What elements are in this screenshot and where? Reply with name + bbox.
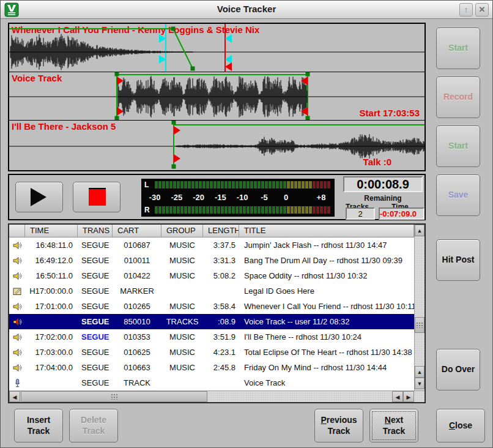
playlist-cell: MARKER [113, 283, 161, 299]
playlist-header: TIMETRANSCARTGROUPLENGTHTITLE [9, 225, 414, 237]
playlist-cell: 010422 [113, 268, 161, 283]
meter-segment [302, 181, 305, 189]
scroll-right-button[interactable]: ▶ [403, 391, 414, 402]
playlist-row[interactable]: 17:03:00.0SEGUE010625MUSIC4:23.1Total Ec… [9, 345, 414, 360]
vertical-scroll-thumb[interactable] [415, 317, 424, 333]
scroll-left-button[interactable]: ◀ [9, 391, 20, 402]
fade-handle[interactable] [306, 72, 310, 77]
titlebar: Voice Tracker ↑ ✕ [1, 1, 492, 19]
speaker-icon [9, 329, 25, 345]
playlist-cell: 17:02:00.0 [25, 329, 78, 345]
meter-segment [199, 181, 202, 189]
fade-handle[interactable] [172, 121, 176, 125]
scroll-down-button[interactable]: ▼ [415, 378, 424, 389]
play-button[interactable] [15, 182, 63, 212]
meter-segment [261, 206, 264, 214]
meter-segment [276, 181, 279, 189]
do-over-button[interactable]: Do Over [436, 349, 480, 390]
scroll-up-button-2[interactable]: ▲ [415, 366, 424, 378]
cue-marker-triangle[interactable] [225, 34, 232, 43]
playlist-header-cell[interactable]: TRANS [78, 225, 113, 237]
horizontal-scrollbar[interactable]: ◀ ◀ ▶ [9, 390, 424, 402]
meter-segment [309, 181, 312, 189]
playlist-row-selected[interactable]: SEGUE850010TRACKS:08.9Voice Track -- use… [9, 314, 414, 329]
start-next-button[interactable]: Start [436, 125, 480, 167]
playlist-row[interactable]: H17:00:00.0SEGUEMARKERLegal ID Goes Here [9, 283, 414, 299]
track-marker-triangle[interactable] [174, 126, 180, 135]
microphone-icon [9, 375, 25, 390]
playlist-header-cell[interactable]: TITLE [239, 225, 414, 237]
playlist-header-cell[interactable] [9, 225, 25, 237]
next-track-button[interactable]: Next Track [369, 409, 418, 442]
meter-segment [184, 206, 187, 214]
fade-handle[interactable] [306, 116, 310, 121]
track-marker-triangle[interactable] [117, 107, 124, 116]
cue-marker-triangle[interactable] [225, 55, 232, 64]
playlist-row[interactable]: 17:01:00.0SEGUE010265MUSIC3:58.4Whenever… [9, 299, 414, 314]
playlist-cell: Friday On My Mind -- rdhost 11/30 14:44 [239, 360, 414, 375]
meter-segment [232, 181, 235, 189]
playlist-row[interactable]: 16:48:11.0SEGUE010687MUSIC3:37.5Jumpin' … [9, 237, 414, 253]
waveform-panel-next-track[interactable]: I'll Be There - Jackson 5 Talk :0 [9, 121, 424, 169]
scroll-left-button-2[interactable]: ◀ [392, 391, 403, 402]
save-button[interactable]: Save [436, 174, 480, 216]
playlist-row[interactable]: SEGUETRACKVoice Track [9, 375, 414, 390]
meter-segment [217, 181, 220, 189]
scroll-up-button[interactable]: ▲ [415, 225, 424, 236]
playlist-header-cell[interactable]: GROUP [161, 225, 203, 237]
fade-handle[interactable] [172, 165, 176, 169]
meter-segment [235, 206, 239, 214]
meter-segment [280, 206, 283, 214]
playlist-row[interactable]: 17:02:00.0SEGUE010353MUSIC3:51.9I'll Be … [9, 329, 414, 345]
window-title: Voice Tracker [1, 4, 492, 14]
playlist-cell: 010625 [113, 345, 161, 360]
playlist-cell: Jumpin' Jack Flash -- rdhost 11/30 14:47 [239, 237, 414, 253]
meter-segment [180, 206, 183, 214]
meter-segment [247, 181, 250, 189]
cue-marker-triangle[interactable] [159, 34, 166, 43]
close-window-button[interactable]: ✕ [475, 3, 489, 17]
playlist-header-cell[interactable]: TIME [25, 225, 78, 237]
insert-track-button[interactable]: Insert Track [14, 409, 63, 442]
speaker-icon [9, 299, 25, 314]
stop-button[interactable] [73, 182, 120, 212]
track-marker-triangle[interactable] [174, 154, 180, 163]
playlist-cell: TRACK [113, 375, 161, 390]
playlist-cell: 17:01:00.0 [25, 299, 78, 314]
playlist-cell: 17:04:00.0 [25, 360, 78, 375]
playlist-cell: SEGUE [78, 253, 113, 268]
cue-marker-triangle[interactable] [159, 55, 166, 64]
fade-handle[interactable] [115, 72, 119, 77]
start-previous-button[interactable]: Start [436, 28, 480, 69]
previous-track-button[interactable]: Previous Track [314, 409, 363, 442]
meter-segment [327, 181, 330, 189]
playlist-header-cell[interactable]: CART [113, 225, 161, 237]
delete-track-button[interactable]: Delete Track [69, 409, 118, 442]
hit-post-button[interactable]: Hit Post [436, 239, 480, 281]
playlist-row[interactable]: 16:49:12.0SEGUE010011MUSIC3:31.3Bang The… [9, 253, 414, 268]
playlist-row[interactable]: 17:04:00.0SEGUE010663MUSIC2:45.8Friday O… [9, 360, 414, 375]
playlist-cell: Voice Track [239, 375, 414, 390]
fade-line[interactable] [173, 29, 193, 69]
playlist-header-cell[interactable]: LENGTH [203, 225, 239, 237]
track-marker-triangle[interactable] [117, 77, 124, 85]
meter-segment [173, 181, 176, 189]
playlist-cell [25, 314, 78, 329]
track-marker-triangle[interactable] [225, 62, 232, 71]
close-button[interactable]: Close [436, 409, 485, 442]
record-button[interactable]: Record [436, 77, 480, 118]
fade-handle[interactable] [171, 27, 176, 31]
playlist-row[interactable]: 16:50:11.0SEGUE010422MUSIC5:08.2Space Od… [9, 268, 414, 283]
meter-segment [202, 181, 206, 189]
fade-handle[interactable] [115, 116, 119, 121]
shade-window-button[interactable]: ↑ [459, 3, 473, 17]
meter-scale-label: 0 [284, 193, 288, 202]
meter-segment [283, 181, 286, 189]
waveform-panel-voice-track[interactable]: Voice Track Start 17:03:53 [9, 72, 424, 121]
meter-segment [272, 206, 275, 214]
vertical-scrollbar[interactable]: ▲ ▲ ▼ [414, 225, 424, 390]
waveform-panel-previous-track[interactable]: Whenever I Call You Friend - Kenny Loggi… [9, 24, 424, 72]
fade-handle[interactable] [191, 67, 195, 71]
speaker-active-icon [9, 314, 25, 329]
horizontal-scroll-thumb[interactable] [21, 391, 207, 402]
